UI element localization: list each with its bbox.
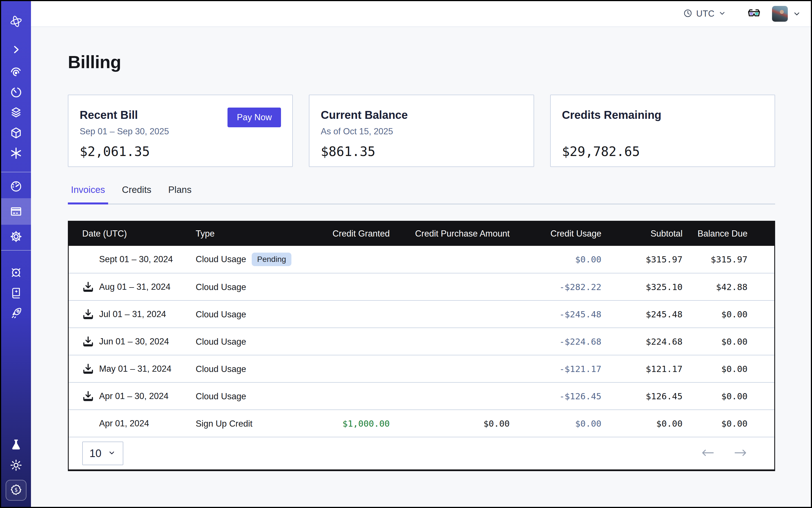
- invoice-type: Cloud Usage: [196, 391, 246, 401]
- balance-due-value: $315.97: [682, 246, 774, 273]
- sidebar-item-usage[interactable]: [1, 176, 31, 197]
- theater-mode-button[interactable]: [747, 8, 761, 19]
- sidebar-expand-button[interactable]: [1, 39, 31, 60]
- timer-icon: [9, 86, 23, 99]
- page-size-select[interactable]: 10: [82, 441, 123, 465]
- asterisk-icon: [9, 146, 23, 160]
- column-header: Date (UTC): [69, 222, 196, 246]
- sidebar-item-layers[interactable]: [1, 102, 31, 123]
- credit-usage-value: -$121.17: [510, 355, 601, 382]
- tab-credits[interactable]: Credits: [119, 184, 155, 204]
- previous-page-button[interactable]: [701, 448, 715, 458]
- card-title: Credits Remaining: [562, 109, 763, 121]
- credits-remaining-card: Credits Remaining $29,782.65: [550, 95, 775, 167]
- invoice-type: Cloud Usage: [196, 337, 246, 346]
- balance-due-value: $0.00: [682, 355, 774, 382]
- table-header: Date (UTC)TypeCredit GrantedCredit Purch…: [69, 222, 774, 246]
- download-invoice-icon[interactable]: [82, 308, 94, 320]
- credit-usage-value: -$282.22: [510, 273, 601, 300]
- subtotal-value: $315.97: [601, 246, 682, 273]
- sidebar-item-theme[interactable]: [1, 455, 31, 475]
- credit-usage-value: $0.00: [510, 410, 601, 437]
- sidebar-item-labs[interactable]: [1, 435, 31, 455]
- tab-invoices[interactable]: Invoices: [68, 184, 108, 204]
- chevron-down-icon: [108, 449, 116, 458]
- sidebar-item-monitoring[interactable]: [1, 62, 31, 82]
- sidebar-item-support[interactable]: [1, 262, 31, 283]
- orbit-logo-icon: [9, 15, 23, 28]
- credit-purchase-value: [390, 355, 510, 382]
- download-invoice-icon[interactable]: [82, 390, 94, 402]
- sidebar-item-docs[interactable]: [1, 283, 31, 303]
- credits-remaining-amount: $29,782.65: [562, 144, 763, 159]
- column-header: Balance Due: [682, 222, 774, 246]
- credit-purchase-value: [390, 382, 510, 410]
- invoice-row: Apr 01, 2024Sign Up Credit$1,000.00$0.00…: [69, 410, 774, 437]
- sidebar-item-history[interactable]: [1, 82, 31, 102]
- next-page-button[interactable]: [733, 448, 747, 458]
- recent-bill-card: Recent Bill Sep 01 – Sep 30, 2025 $2,061…: [68, 95, 293, 167]
- credits-promo-button[interactable]: $: [6, 480, 27, 501]
- invoice-row: Aug 01 – 31, 2024Cloud Usage-$282.22$325…: [69, 273, 774, 300]
- app-logo[interactable]: [1, 11, 31, 32]
- flask-icon: [9, 438, 23, 452]
- clock-icon: [683, 8, 693, 19]
- subtotal-value: $126.45: [601, 382, 682, 410]
- subtotal-value: $325.10: [601, 273, 682, 300]
- download-invoice-icon[interactable]: [82, 336, 94, 347]
- recent-bill-amount: $2,061.35: [80, 144, 281, 159]
- balance-due-value: $0.00: [682, 300, 774, 328]
- balance-due-value: $42.88: [682, 273, 774, 300]
- billing-card-icon: [9, 205, 23, 218]
- credit-granted-value: [302, 273, 390, 300]
- credit-usage-value: -$245.48: [510, 300, 601, 328]
- column-header: Credit Granted: [302, 222, 390, 246]
- invoices-table: Date (UTC)TypeCredit GrantedCredit Purch…: [68, 221, 775, 471]
- timezone-selector[interactable]: UTC: [683, 8, 726, 19]
- invoice-period: Sept 01 – 30, 2024: [99, 254, 173, 264]
- glasses-icon: [747, 8, 761, 19]
- balance-due-value: $0.00: [682, 410, 774, 437]
- credit-granted-value: [302, 355, 390, 382]
- subtotal-value: $224.68: [601, 328, 682, 355]
- sidebar-divider: [1, 250, 31, 251]
- topbar: UTC: [31, 1, 811, 27]
- sidebar-item-billing[interactable]: [1, 198, 31, 225]
- download-invoice-icon[interactable]: [82, 363, 94, 375]
- invoice-row: Apr 01 – 30, 2024Cloud Usage-$126.45$126…: [69, 382, 774, 410]
- sidebar: $: [1, 1, 31, 507]
- sidebar-item-getting-started[interactable]: [1, 303, 31, 323]
- card-subtitle: [562, 126, 763, 137]
- pay-now-button[interactable]: Pay Now: [227, 108, 281, 127]
- user-avatar[interactable]: [772, 6, 788, 22]
- credit-granted-value: $1,000.00: [302, 410, 390, 437]
- invoice-period: Apr 01, 2024: [99, 418, 149, 429]
- helm-wheel-icon: [9, 266, 23, 279]
- invoice-type: Cloud Usage: [196, 309, 246, 319]
- credit-granted-value: [302, 328, 390, 355]
- credit-usage-value: $0.00: [510, 246, 601, 273]
- status-badge: Pending: [252, 253, 291, 266]
- invoice-type: Cloud Usage: [196, 282, 246, 292]
- sidebar-item-settings[interactable]: [1, 226, 31, 247]
- sidebar-item-services[interactable]: [1, 143, 31, 163]
- column-header: Type: [196, 222, 302, 246]
- credit-granted-value: [302, 246, 390, 273]
- account-menu-button[interactable]: [792, 9, 801, 18]
- card-subtitle: Sep 01 – Sep 30, 2025: [80, 126, 281, 137]
- credit-purchase-value: $0.00: [390, 410, 510, 437]
- summary-cards: Recent Bill Sep 01 – Sep 30, 2025 $2,061…: [68, 95, 775, 167]
- spiral-icon: [9, 65, 23, 79]
- download-invoice-icon[interactable]: [82, 281, 94, 293]
- sidebar-item-packages[interactable]: [1, 123, 31, 143]
- book-sparkle-icon: [9, 286, 23, 300]
- tab-plans[interactable]: Plans: [165, 184, 195, 204]
- svg-text:$: $: [14, 486, 17, 493]
- gauge-icon: [9, 180, 23, 193]
- invoice-row: May 01 – 31, 2024Cloud Usage-$121.17$121…: [69, 355, 774, 382]
- credit-usage-value: -$126.45: [510, 382, 601, 410]
- invoice-row: Jun 01 – 30, 2024Cloud Usage-$224.68$224…: [69, 328, 774, 355]
- credit-purchase-value: [390, 273, 510, 300]
- invoice-type: Cloud Usage: [196, 364, 246, 374]
- sidebar-divider: [1, 172, 31, 172]
